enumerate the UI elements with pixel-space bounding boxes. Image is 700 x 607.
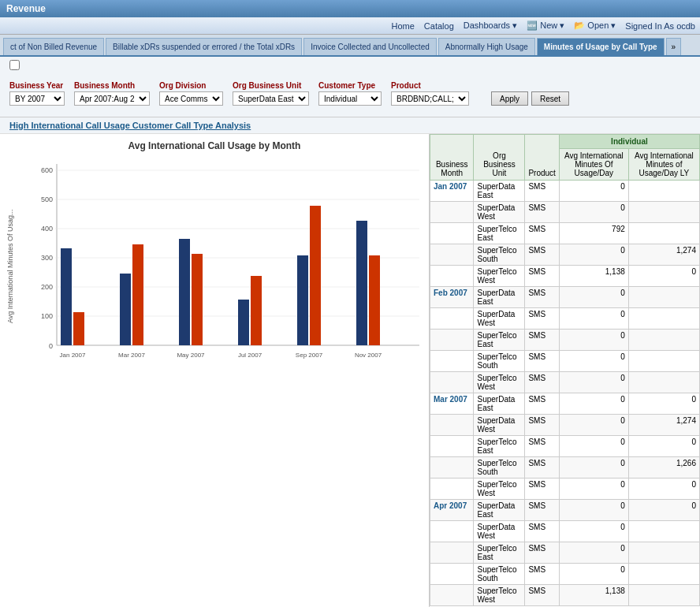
svg-text:100: 100 [41, 312, 53, 320]
val2-cell: 1,274 [628, 415, 699, 436]
table-row: SuperData WestSMS0 [430, 202, 700, 223]
svg-text:Mar 2007: Mar 2007 [118, 352, 145, 359]
th-org-business-unit: Org Business Unit [474, 135, 525, 181]
month-cell [430, 244, 474, 266]
product-cell: SMS [525, 372, 559, 393]
tab-bar: ct of Non Billed Revenue Billable xDRs s… [0, 35, 700, 57]
filter-business-month-label: Business Month [74, 81, 150, 90]
unit-cell: SuperTelco South [474, 564, 525, 585]
svg-text:400: 400 [41, 225, 53, 233]
chart-title: Avg International Call Usage by Month [6, 140, 423, 151]
nav-new[interactable]: 🆕 New ▾ [527, 20, 564, 31]
unit-cell: SuperTelco East [474, 223, 525, 244]
filter-org-business-unit-label: Org Business Unit [233, 81, 309, 90]
nav-open[interactable]: 📂 Open ▾ [574, 20, 616, 31]
product-cell: SMS [525, 500, 559, 521]
month-cell [430, 585, 474, 606]
val2-cell [628, 181, 699, 202]
th-business-month: Business Month [430, 135, 474, 181]
filter-org-division-select[interactable]: Ace Comms [159, 91, 223, 106]
filter-customer-type-select[interactable]: Individual [318, 91, 382, 106]
val2-cell: 0 [628, 500, 699, 521]
filter-product-label: Product [391, 81, 469, 90]
bar-may-red [192, 254, 203, 345]
unit-cell: SuperTelco East [474, 330, 525, 351]
svg-text:Sep 2007: Sep 2007 [296, 352, 323, 359]
unit-cell: SuperData West [474, 415, 525, 436]
unit-cell: SuperTelco South [474, 457, 525, 479]
filter-bar: Business Year BY 2007 Business Month Apr… [0, 75, 700, 117]
bar-mar-red [132, 244, 143, 345]
filter-business-year-select[interactable]: BY 2007 [9, 91, 65, 106]
val2-cell [628, 351, 699, 372]
filter-buttons: Apply Reset [491, 91, 569, 106]
filter-org-business-unit: Org Business Unit SuperData East [233, 81, 309, 106]
filter-org-division-label: Org Division [159, 81, 223, 90]
filter-business-month-select[interactable]: Apr 2007:Aug 2 [74, 91, 150, 106]
chart-wrapper: Avg International Minutes Of Usag... 0 1… [6, 156, 423, 377]
section-title[interactable]: High International Call Usage Customer C… [0, 117, 700, 134]
svg-text:600: 600 [41, 166, 53, 174]
val2-cell [628, 223, 699, 244]
filter-business-year-label: Business Year [9, 81, 65, 90]
nav-catalog[interactable]: Catalog [424, 21, 454, 31]
title-bar: Revenue [0, 0, 700, 17]
chart-svg: 0 100 200 300 400 500 600 [22, 156, 423, 377]
val1-cell: 0 [559, 181, 628, 202]
th-product: Product [525, 135, 559, 181]
month-cell [430, 308, 474, 330]
th-avg-int-minutes: Avg International Minutes Of Usage/Day [559, 149, 628, 181]
val1-cell: 0 [559, 287, 628, 308]
product-cell: SMS [525, 479, 559, 500]
month-cell: Mar 2007 [430, 393, 474, 415]
val2-cell [628, 308, 699, 330]
val2-cell: 0 [628, 436, 699, 457]
filter-product: Product BRDBND;CALL; [391, 81, 469, 106]
table-row: SuperTelco WestSMS0 [430, 372, 700, 393]
product-cell: SMS [525, 266, 559, 287]
val2-cell: 0 [628, 393, 699, 415]
month-cell [430, 436, 474, 457]
tab-minutes-usage[interactable]: Minutes of Usage by Call Type [537, 38, 665, 55]
nav-home[interactable]: Home [392, 21, 415, 31]
product-cell: SMS [525, 585, 559, 606]
val1-cell: 0 [559, 202, 628, 223]
filter-business-year: Business Year BY 2007 [9, 81, 65, 106]
val2-cell [628, 585, 699, 606]
reset-button[interactable]: Reset [531, 91, 569, 106]
val1-cell: 0 [559, 244, 628, 266]
unit-cell: SuperTelco West [474, 372, 525, 393]
val2-cell [628, 330, 699, 351]
filter-business-month: Business Month Apr 2007:Aug 2 [74, 81, 150, 106]
th-avg-int-minutes-ly: Avg International Minutes of Usage/Day L… [628, 149, 699, 181]
val1-cell: 0 [559, 393, 628, 415]
product-cell: SMS [525, 181, 559, 202]
tab-more[interactable]: » [666, 38, 682, 55]
tab-non-billed[interactable]: ct of Non Billed Revenue [3, 38, 104, 55]
product-cell: SMS [525, 521, 559, 542]
table-row: Mar 2007SuperData EastSMS00 [430, 393, 700, 415]
table-row: Jan 2007SuperData EastSMS0 [430, 181, 700, 202]
table-row: SuperTelco EastSMS00 [430, 436, 700, 457]
month-cell [430, 479, 474, 500]
svg-text:Jul 2007: Jul 2007 [238, 352, 262, 359]
product-cell: SMS [525, 415, 559, 436]
tab-invoice[interactable]: Invoice Collected and Uncollected [303, 38, 437, 55]
checkbox-main[interactable] [9, 60, 20, 70]
bar-sep-blue [297, 255, 308, 345]
svg-text:May 2007: May 2007 [177, 352, 205, 359]
table-row: SuperTelco EastSMS0 [430, 542, 700, 564]
filter-product-select[interactable]: BRDBND;CALL; [391, 91, 469, 106]
nav-dashboards[interactable]: Dashboards ▾ [464, 20, 517, 31]
val1-cell: 0 [559, 415, 628, 436]
table-row: SuperTelco EastSMS0 [430, 330, 700, 351]
val2-cell [628, 372, 699, 393]
table-row: Feb 2007SuperData EastSMS0 [430, 287, 700, 308]
table-row: Apr 2007SuperData EastSMS00 [430, 500, 700, 521]
tab-abnormal[interactable]: Abnormally High Usage [438, 38, 535, 55]
apply-button[interactable]: Apply [491, 91, 528, 106]
unit-cell: SuperTelco East [474, 436, 525, 457]
tab-billable-xdrs[interactable]: Billable xDRs suspended or errored / the… [106, 38, 302, 55]
filter-org-business-unit-select[interactable]: SuperData East [233, 91, 309, 106]
table-row: SuperTelco WestSMS00 [430, 479, 700, 500]
